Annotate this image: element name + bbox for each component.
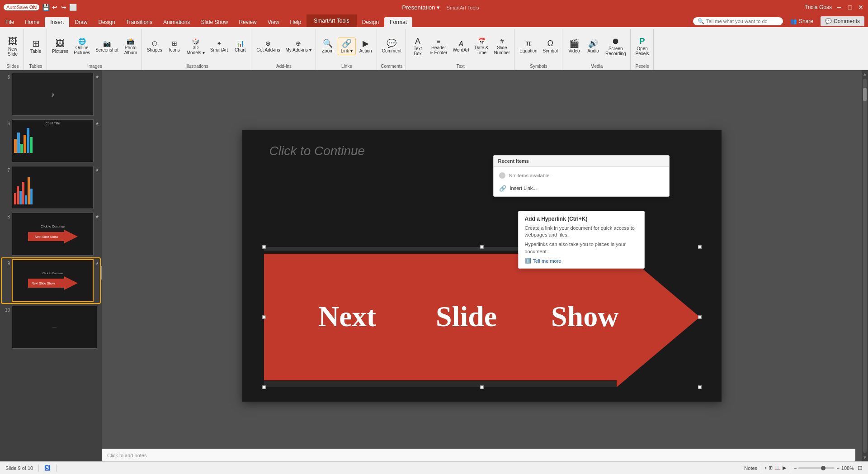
panel-collapse-btn[interactable]: ◀	[101, 266, 102, 280]
tab-transitions[interactable]: Transitions	[121, 17, 158, 27]
tab-animations[interactable]: Animations	[158, 17, 195, 27]
slide-number-btn[interactable]: # SlideNumber	[492, 37, 513, 57]
comments-button[interactable]: 💬 Comments	[821, 16, 864, 26]
more-btn[interactable]: ⬜	[69, 4, 76, 11]
tab-home[interactable]: Home	[19, 17, 45, 27]
slide-panel[interactable]: 5 ♪ ★ 6 Chart Title	[0, 70, 102, 461]
tab-smartart-design[interactable]: Design	[357, 17, 384, 27]
scroll-up-arrow[interactable]: ▲	[861, 70, 868, 78]
tooltip-title: Add a Hyperlink (Ctrl+K)	[525, 216, 638, 222]
slide-item-7[interactable]: 7 ★	[2, 165, 100, 210]
slide-item-5[interactable]: 5 ♪ ★	[2, 72, 100, 117]
table-btn[interactable]: ⊞ Table	[27, 38, 45, 55]
handle-ml[interactable]	[262, 315, 266, 319]
equation-label: Equation	[519, 48, 537, 53]
wordart-btn[interactable]: A WordArt	[450, 39, 472, 54]
handle-tm[interactable]	[480, 245, 484, 249]
smartart-btn[interactable]: ✦ SmartArt	[208, 39, 230, 54]
canvas-area[interactable]: Click to Continue Next Slide Show	[102, 70, 862, 461]
main-area: 5 ♪ ★ 6 Chart Title	[0, 70, 868, 461]
slide-item-6[interactable]: 6 Chart Title ★	[2, 118, 100, 163]
zoom-btn[interactable]: 🔍 Zoom	[319, 38, 337, 55]
tab-smartart-format[interactable]: Format	[384, 17, 412, 27]
view-normal-btn[interactable]: ▪	[765, 465, 767, 471]
comment-btn[interactable]: 💬 Comment	[380, 38, 404, 55]
search-bar[interactable]: 🔍	[693, 17, 783, 25]
audio-btn[interactable]: 🔊 Audio	[584, 38, 602, 55]
action-btn[interactable]: ▶ Action	[357, 38, 375, 55]
handle-br[interactable]	[698, 385, 702, 389]
header-footer-btn[interactable]: ≡ Header& Footer	[428, 37, 449, 57]
link-dropdown[interactable]: Recent Items No items available. 🔗 Inser…	[493, 155, 670, 197]
online-pictures-btn[interactable]: 🌐 OnlinePictures	[71, 37, 92, 57]
share-button[interactable]: 👥 Share	[786, 16, 818, 26]
date-time-btn[interactable]: 📅 Date &Time	[472, 37, 491, 57]
action-label: Action	[359, 48, 372, 53]
right-scrollbar[interactable]: ▲ ▼	[862, 70, 868, 461]
save-btn[interactable]: 💾	[42, 4, 49, 11]
handle-mr[interactable]	[698, 315, 702, 319]
tab-draw[interactable]: Draw	[69, 17, 93, 27]
tab-view[interactable]: View	[262, 17, 285, 27]
tab-design[interactable]: Design	[93, 17, 120, 27]
close-btn[interactable]: ✕	[857, 4, 864, 11]
undo-btn[interactable]: ↩	[51, 4, 58, 11]
slide-item-10[interactable]: 10 —	[2, 305, 100, 350]
tab-file[interactable]: File	[0, 17, 19, 27]
tab-review[interactable]: Review	[233, 17, 262, 27]
zoom-control[interactable]: − + 108%	[794, 465, 854, 471]
zoom-slider[interactable]	[798, 467, 835, 469]
new-slide-btn[interactable]: 🖼 NewSlide	[4, 35, 22, 58]
autosave-toggle[interactable]: AutoSave ON	[4, 4, 39, 10]
arrow-thumb-8: Click to Continue Next Slide Show	[12, 213, 93, 255]
maximize-btn[interactable]: □	[846, 4, 854, 11]
zoom-in-btn[interactable]: +	[836, 465, 839, 471]
redo-btn[interactable]: ↪	[60, 4, 67, 11]
open-pexels-btn[interactable]: P OpenPexels	[633, 36, 651, 57]
comment-icon: 💬	[387, 39, 396, 47]
slide-count: Slide 9 of 10	[5, 465, 33, 471]
link-btn[interactable]: 🔗 Link ▾	[338, 38, 356, 55]
handle-tl[interactable]	[262, 245, 266, 249]
video-btn[interactable]: 🎬 Video	[565, 38, 583, 55]
insert-link-item[interactable]: 🔗 Insert Link...	[494, 182, 669, 194]
my-addins-btn[interactable]: ⊕ My Add-ins ▾	[283, 39, 314, 54]
zoom-out-btn[interactable]: −	[794, 465, 797, 471]
minimize-btn[interactable]: ─	[835, 4, 843, 11]
screenshot-btn[interactable]: 📷 Screenshot	[93, 39, 121, 54]
scroll-down-arrow[interactable]: ▼	[861, 454, 868, 461]
view-sorter-btn[interactable]: ⊞	[769, 465, 773, 471]
header-footer-icon: ≡	[437, 38, 440, 44]
handle-bl[interactable]	[262, 385, 266, 389]
slide-item-9[interactable]: 9 Click to Continue Next Slide Show ★	[2, 258, 100, 303]
chart-btn[interactable]: 📊 Chart	[231, 39, 249, 54]
fit-window-btn[interactable]: ⊡	[858, 465, 863, 471]
tab-slideshow[interactable]: Slide Show	[195, 17, 233, 27]
handle-bm[interactable]	[480, 385, 484, 389]
pictures-btn[interactable]: 🖼 Pictures	[50, 38, 71, 55]
handle-tr[interactable]	[698, 245, 702, 249]
view-slideshow-btn[interactable]: ▶	[783, 465, 786, 471]
zoom-thumb	[821, 466, 826, 470]
no-items-text: No items available.	[509, 173, 551, 178]
icons-btn[interactable]: ⊞ Icons	[165, 39, 184, 54]
3d-models-btn[interactable]: 🎲 3DModels ▾	[184, 37, 207, 57]
photo-album-btn[interactable]: 📸 PhotoAlbum	[122, 37, 140, 57]
screen-recording-btn[interactable]: ⏺ ScreenRecording	[603, 36, 628, 57]
notes-area[interactable]: Click to add notes	[102, 449, 855, 461]
slide-item-8[interactable]: 8 Click to Continue Next Slide Show ★	[2, 212, 100, 256]
scroll-track[interactable]	[863, 79, 867, 453]
accessibility-icon[interactable]: ♿	[44, 465, 51, 471]
view-reading-btn[interactable]: 📖	[774, 465, 781, 471]
shapes-btn[interactable]: ⬡ Shapes	[145, 39, 165, 54]
scroll-thumb[interactable]	[863, 88, 867, 101]
tab-help[interactable]: Help	[285, 17, 307, 27]
search-input[interactable]	[706, 19, 778, 24]
tab-insert[interactable]: Insert	[45, 17, 69, 27]
get-addins-btn[interactable]: ⊕ Get Add-ins	[254, 39, 282, 54]
notes-btn[interactable]: Notes	[744, 465, 757, 471]
equation-btn[interactable]: π Equation	[517, 38, 539, 55]
textbox-btn[interactable]: A TextBox	[409, 36, 427, 57]
symbol-btn[interactable]: Ω Symbol	[541, 38, 560, 55]
tell-me-more-link[interactable]: ℹ️ Tell me more	[525, 258, 638, 264]
